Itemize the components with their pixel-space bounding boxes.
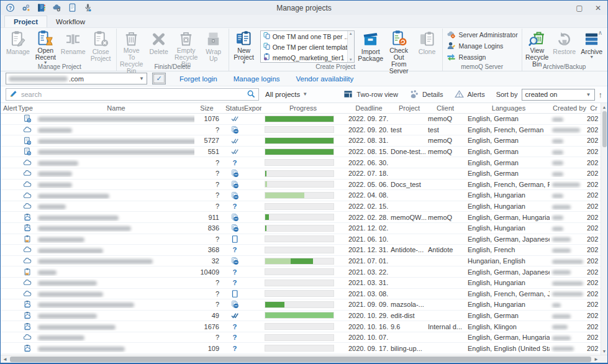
cell-size: ? [194, 126, 225, 134]
manage-logins-link[interactable]: Manage logins [234, 75, 280, 83]
server-cloud-gear-button[interactable] [52, 3, 61, 12]
vertical-scroll-thumb[interactable] [602, 111, 607, 147]
column-header-cr[interactable]: Cr [587, 104, 601, 112]
search-box[interactable] [6, 88, 259, 101]
ribbon-button-check-out-from-server[interactable]: Check Out From Server [384, 29, 414, 63]
column-header-project[interactable]: Project [389, 104, 428, 112]
table-row[interactable]: ?2022. 07. 18.English, German202 [1, 168, 601, 180]
ribbon-button-view-recycle-bin[interactable]: View Recycle Bin [524, 29, 551, 63]
view-button-alerts[interactable]: Alerts [455, 89, 485, 100]
column-header-client[interactable]: Client [428, 104, 463, 112]
status-progress-icon [225, 180, 244, 189]
search-input[interactable] [21, 91, 243, 98]
column-header-status[interactable]: Status [225, 104, 244, 112]
table-row[interactable]: 109?2020. 09. 17.biling-up...English, En… [1, 343, 601, 354]
progress-segment [265, 312, 333, 318]
table-row[interactable]: 492020. 10. 29.edit-distEnglish, German2… [1, 311, 601, 322]
column-header-name[interactable]: Name [37, 104, 194, 112]
ribbon-group-label: Manage Project [4, 63, 115, 72]
maximize-button[interactable]: ▢ [570, 1, 589, 15]
table-row[interactable]: 5512022. 08. 15.Done-test...memoQEnglish… [1, 147, 601, 158]
table-row[interactable]: 368?2021. 12. 31.Antidote-...AntidoteEng… [1, 245, 601, 256]
button-label: Server Administrator [459, 31, 518, 39]
cell-languages: English, French, German [463, 126, 550, 134]
progress-bar [265, 301, 334, 308]
template-item-one-tm-per-client-template[interactable]: One TM per client template [261, 42, 347, 52]
cell-progress [261, 159, 345, 166]
ribbon-button-import-package[interactable]: Import Package [357, 29, 384, 63]
search-icon[interactable] [247, 89, 255, 99]
scroll-right-icon[interactable]: ► [592, 355, 601, 363]
table-row[interactable]: ??2022. 06. 30.English, German202 [1, 157, 601, 168]
table-row[interactable]: ?2021. 03. 08.English, French, German, J… [1, 289, 601, 300]
column-header-created-by[interactable]: Created by [550, 104, 587, 112]
svg-text:?: ? [233, 279, 237, 286]
connect-server-button[interactable]: ✓ [152, 73, 166, 84]
dictation-mic-button[interactable] [83, 3, 93, 12]
tab-workflow[interactable]: Workflow [47, 16, 94, 27]
horizontal-scroll-thumb[interactable] [10, 357, 591, 362]
ribbon-button-new-project[interactable]: New Project▼ [230, 29, 258, 63]
scroll-left-icon[interactable]: ◄ [1, 355, 9, 363]
forget-login-link[interactable]: Forget login [179, 75, 217, 83]
vertical-scrollbar[interactable]: ▲ ▼ [601, 103, 607, 355]
table-row[interactable]: 10409?2021. 03. 22.English, German, Japa… [1, 266, 601, 278]
cell-deadline: 2022. 02. 28. [345, 214, 389, 221]
help-button[interactable]: ? [6, 3, 15, 12]
cell-created-on: 202 [587, 268, 601, 276]
scroll-up-icon[interactable]: ▲ [601, 103, 607, 111]
column-header-size[interactable]: Size [194, 104, 225, 112]
table-row[interactable]: ?2022. 04. 08.English, Hungarian202 [1, 190, 601, 201]
document-button[interactable] [68, 3, 77, 12]
cell-created-on: 202 [587, 181, 601, 188]
column-header-progress[interactable]: Progress [261, 104, 345, 112]
vendor-availability-link[interactable]: Vendor availability [296, 75, 354, 83]
scroll-down-icon[interactable]: ▼ [601, 347, 607, 355]
template-list-scrollbar[interactable]: ▲▼ [347, 31, 354, 62]
options-gears-button[interactable] [21, 3, 30, 12]
template-item-memoq-marketing-tier1[interactable]: memoQ_marketing_tier1 [261, 52, 347, 62]
table-row[interactable]: 9112022. 02. 28.memoQW...memoQEnglish, G… [1, 212, 601, 223]
two-row-view-icon [343, 89, 353, 100]
table-row[interactable]: ?2022. 05. 06.Docs_testEnglish, French, … [1, 180, 601, 191]
table-row[interactable]: ?2022. 09. 20.testtestEnglish, French, G… [1, 125, 601, 136]
horizontal-scrollbar[interactable]: ◄ ► [1, 355, 607, 363]
sort-direction-icon[interactable]: ↑ [599, 90, 603, 99]
table-row[interactable]: ??2022. 02. 15.English, Hungarian202 [1, 201, 601, 212]
table-row[interactable]: ?2021. 06. 10.English, German, Japanese2… [1, 234, 601, 245]
table-row[interactable]: 1676?2020. 10. 16.9.6Internal d...Englis… [1, 321, 601, 332]
table-row[interactable]: 8362021. 12. 02.English, Hungarian202 [1, 223, 601, 234]
sort-dropdown[interactable]: created on▼ [522, 89, 595, 101]
table-row[interactable]: 10762022. 09. 27.memoQEnglish, German202 [1, 114, 601, 125]
cell-created-on: 202 [587, 290, 601, 298]
column-header-languages[interactable]: Languages [463, 104, 550, 112]
collapse-ribbon-icon[interactable]: ∧ [598, 29, 602, 36]
table-row[interactable]: 322021. 07. 01.Hungarian, English202 [1, 256, 601, 267]
template-listbox[interactable]: One TM and one TB per ...One TM per clie… [260, 30, 355, 63]
column-header-type[interactable]: Type [18, 104, 37, 112]
project-scope-dropdown[interactable]: All projects ▼ [265, 91, 307, 98]
close-button[interactable]: ✕ [589, 1, 607, 15]
ribbon-button-open-recent[interactable]: Open Recent▼ [32, 29, 60, 63]
column-header-alert[interactable]: Alert [1, 104, 18, 112]
chevron-down-icon: ▼ [586, 92, 591, 98]
table-row[interactable]: ??2021. 03. 31.English, Hungarian202 [1, 278, 601, 289]
tab-project[interactable]: Project [4, 16, 47, 27]
column-header-deadline[interactable]: Deadline [345, 104, 389, 112]
ribbon-button-manage-logins[interactable]: Manage Logins [447, 41, 518, 51]
resource-console-book-button[interactable] [37, 3, 46, 12]
cell-created-by-redacted [550, 170, 587, 177]
view-button-two-row-view[interactable]: Two-row view [343, 89, 398, 100]
table-row[interactable]: 57272022. 08. 31.memoQEnglish, German202 [1, 135, 601, 147]
column-header-export[interactable]: Export [244, 104, 261, 112]
template-item-one-tm-and-one-tb-per[interactable]: One TM and one TB per ... [261, 31, 347, 42]
view-button-details[interactable]: Details [409, 89, 443, 100]
table-row[interactable]: ??2020. 10. 07.English, German, Hungaria… [1, 332, 601, 344]
ribbon-button-server-administrator[interactable]: Server Administrator [447, 30, 518, 40]
progress-segment [265, 225, 266, 231]
redacted-text [38, 237, 84, 242]
table-row[interactable]: ?2021. 09. 09.mazsola-...English, Hungar… [1, 299, 601, 311]
ribbon-button-reassign[interactable]: Reassign [447, 52, 518, 62]
chevron-down-icon: ▼ [589, 55, 594, 59]
cell-size: ? [194, 301, 225, 308]
